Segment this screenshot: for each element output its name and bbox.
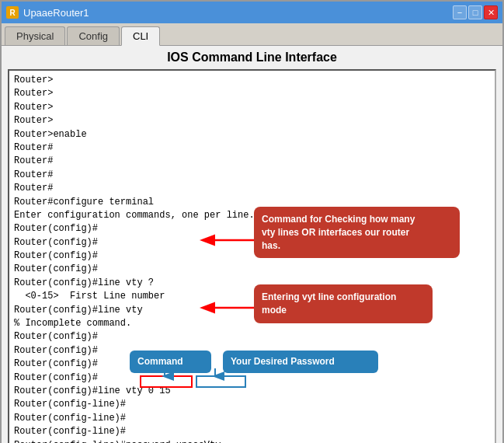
cli-area[interactable]: Router> Router> Router> Router> Router>e… xyxy=(8,69,496,443)
tab-cli[interactable]: CLI xyxy=(121,26,160,46)
close-button[interactable]: ✕ xyxy=(484,5,498,19)
title-bar: R UpaaeRouter1 − □ ✕ xyxy=(2,2,502,23)
title-bar-left: R UpaaeRouter1 xyxy=(6,6,89,19)
app-icon: R xyxy=(6,6,19,19)
main-window: R UpaaeRouter1 − □ ✕ Physical Config CLI… xyxy=(0,0,504,443)
maximize-button[interactable]: □ xyxy=(468,5,482,19)
tab-config[interactable]: Config xyxy=(67,26,120,45)
window-controls: − □ ✕ xyxy=(453,5,498,19)
minimize-button[interactable]: − xyxy=(453,5,467,19)
cli-title: IOS Command Line Interface xyxy=(8,51,496,65)
cli-text: Router> Router> Router> Router> Router>e… xyxy=(9,71,495,443)
tab-physical[interactable]: Physical xyxy=(5,26,65,45)
tab-bar: Physical Config CLI xyxy=(2,23,502,45)
tab-content: IOS Command Line Interface Router> Route… xyxy=(2,45,502,443)
cli-scroll[interactable]: Router> Router> Router> Router> Router>e… xyxy=(9,71,495,443)
window-title: UpaaeRouter1 xyxy=(23,7,89,19)
